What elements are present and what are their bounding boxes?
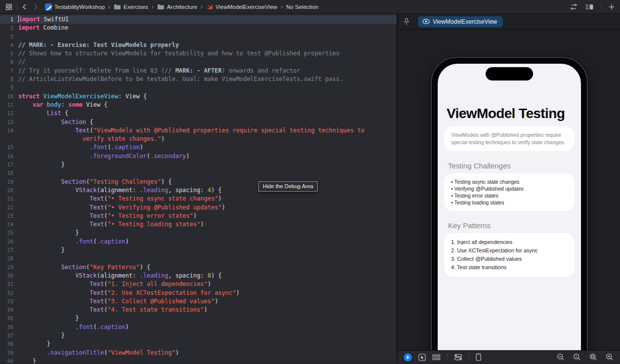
code-text[interactable]: VStack(alignment: .leading, spacing: 4) … xyxy=(18,186,222,195)
line-number-gutter[interactable]: 39 xyxy=(0,349,18,357)
code-text[interactable]: Text("2. Use XCTestExpectation for async… xyxy=(18,289,240,297)
code-text[interactable]: } xyxy=(18,314,79,323)
code-area[interactable]: 1import SwiftUI2import Combine34// MARK:… xyxy=(0,14,397,364)
line-number-gutter[interactable]: 40 xyxy=(0,357,18,364)
line-number-gutter[interactable]: 25 xyxy=(0,229,18,237)
line-number-gutter[interactable]: 31 xyxy=(0,280,18,288)
code-text[interactable]: } xyxy=(18,357,36,364)
code-text[interactable]: // Try it yourself: Delete from line 83 … xyxy=(18,67,300,75)
line-number-gutter[interactable]: 28 xyxy=(0,254,18,263)
code-text[interactable]: Text("• Testing loading states") xyxy=(18,220,204,229)
line-number-gutter[interactable]: 11 xyxy=(0,101,18,109)
line-number-gutter[interactable] xyxy=(0,135,18,143)
line-number-gutter[interactable]: 10 xyxy=(0,92,18,101)
line-number-gutter[interactable]: 21 xyxy=(0,195,18,203)
code-text[interactable]: // Shows how to structure ViewModels for… xyxy=(18,49,339,58)
live-preview-button[interactable] xyxy=(404,353,412,362)
code-text[interactable]: import Combine xyxy=(18,24,68,32)
code-text[interactable]: Section("Key Patterns") { xyxy=(18,263,150,272)
code-text[interactable]: Section { xyxy=(18,118,93,126)
line-number-gutter[interactable]: 7 xyxy=(0,67,18,75)
line-number-gutter[interactable]: 29 xyxy=(0,263,18,272)
code-text[interactable]: Text("• Testing error states") xyxy=(18,212,197,220)
line-number-gutter[interactable]: 18 xyxy=(0,169,18,177)
line-number-gutter[interactable]: 33 xyxy=(0,297,18,306)
code-text[interactable]: Text("1. Inject all dependencies") xyxy=(18,280,211,288)
line-number-gutter[interactable]: 16 xyxy=(0,152,18,161)
code-text[interactable]: // ArticleListViewModelBefore to be test… xyxy=(18,75,343,83)
line-number-gutter[interactable]: 1 xyxy=(0,15,18,24)
code-text[interactable]: .font(.caption) xyxy=(18,323,129,331)
line-number-gutter[interactable]: 19 xyxy=(0,178,18,186)
line-number-gutter[interactable]: 22 xyxy=(0,203,18,212)
related-items-grid-icon[interactable] xyxy=(5,3,13,11)
swap-arrows-icon[interactable] xyxy=(570,3,578,10)
zoom-in-button[interactable] xyxy=(606,353,614,361)
code-text[interactable]: .navigationTitle("ViewModel Testing") xyxy=(18,349,179,357)
line-number-gutter[interactable]: 27 xyxy=(0,246,18,254)
line-number-gutter[interactable]: 35 xyxy=(0,314,18,323)
code-text[interactable]: .font(.caption) xyxy=(18,238,129,246)
line-number-gutter[interactable]: 8 xyxy=(0,75,18,83)
code-text[interactable]: Text("4. Test state transitions") xyxy=(18,306,207,314)
breadcrumb-item[interactable]: ViewModelExerciseView xyxy=(206,3,277,10)
code-text[interactable]: verify state changes.") xyxy=(18,135,165,143)
line-number-gutter[interactable]: 14 xyxy=(0,126,18,135)
line-number-gutter[interactable]: 23 xyxy=(0,212,18,220)
variants-mode-button[interactable] xyxy=(432,354,441,361)
device-button[interactable] xyxy=(476,353,481,361)
navigate-back-icon[interactable] xyxy=(21,3,28,10)
code-text[interactable]: .foregroundColor(.secondary) xyxy=(18,152,190,161)
zoom-100-button[interactable]: 1 xyxy=(573,353,581,361)
selectable-mode-button[interactable] xyxy=(418,354,426,361)
breadcrumb-item[interactable]: Exercises xyxy=(114,4,148,10)
code-text[interactable]: // MARK: - Exercise: Test ViewModels pro… xyxy=(18,41,179,49)
line-number-gutter[interactable]: 17 xyxy=(0,161,18,169)
code-text[interactable]: } xyxy=(18,161,65,169)
code-text[interactable]: Text("3. Collect @Published values") xyxy=(18,297,218,306)
code-text[interactable]: } xyxy=(18,246,65,254)
code-text[interactable]: Section("Testing Challenges") { xyxy=(18,178,172,186)
code-text[interactable]: } xyxy=(18,229,79,237)
zoom-out-button[interactable] xyxy=(557,353,565,361)
preview-tab[interactable]: ViewModelExerciseView xyxy=(418,16,503,27)
code-text[interactable]: VStack(alignment: .leading, spacing: 8) … xyxy=(18,272,222,280)
code-text[interactable]: // xyxy=(18,58,25,66)
line-number-gutter[interactable]: 34 xyxy=(0,306,18,314)
line-number-gutter[interactable]: 20 xyxy=(0,186,18,195)
code-text[interactable]: var body: some View { xyxy=(18,101,108,109)
add-editor-icon[interactable] xyxy=(608,3,615,10)
code-text[interactable]: Text("• Testing async state changes") xyxy=(18,195,222,203)
line-number-gutter[interactable]: 24 xyxy=(0,220,18,229)
navigate-forward-icon[interactable] xyxy=(32,3,39,10)
zoom-fit-button[interactable] xyxy=(589,353,597,361)
line-number-gutter[interactable]: 30 xyxy=(0,272,18,280)
breadcrumb-item[interactable]: Architecture xyxy=(157,4,197,10)
line-number-gutter[interactable]: 5 xyxy=(0,49,18,58)
line-number-gutter[interactable]: 12 xyxy=(0,109,18,118)
line-number-gutter[interactable]: 32 xyxy=(0,289,18,297)
breadcrumb-item[interactable]: No Selection xyxy=(286,4,318,10)
breadcrumb-item[interactable]: TestabilityWorkshop xyxy=(45,3,105,10)
line-number-gutter[interactable]: 36 xyxy=(0,323,18,331)
code-text[interactable]: struct ViewModelExerciseView: View { xyxy=(18,92,147,101)
line-number-gutter[interactable]: 15 xyxy=(0,143,18,152)
device-settings-button[interactable] xyxy=(454,354,462,361)
line-number-gutter[interactable]: 2 xyxy=(0,24,18,32)
code-text[interactable]: .font(.caption) xyxy=(18,143,143,152)
code-text[interactable]: } xyxy=(18,340,50,348)
source-editor[interactable]: 1import SwiftUI2import Combine34// MARK:… xyxy=(0,14,397,364)
line-number-gutter[interactable]: 37 xyxy=(0,331,18,340)
pin-preview-icon[interactable] xyxy=(403,18,410,26)
code-text[interactable]: Text("ViewModels with @Published propert… xyxy=(18,126,365,135)
line-number-gutter[interactable]: 38 xyxy=(0,340,18,348)
code-text[interactable]: import SwiftUI xyxy=(18,15,69,24)
code-text[interactable]: Text("• Verifying @Published updates") xyxy=(18,203,225,212)
line-number-gutter[interactable]: 4 xyxy=(0,41,18,49)
canvas-viewport[interactable]: ViewModel Testing ViewModels with @Publi… xyxy=(397,30,620,350)
code-text[interactable]: } xyxy=(18,331,65,340)
editor-layout-icon[interactable] xyxy=(585,3,594,10)
line-number-gutter[interactable]: 6 xyxy=(0,58,18,66)
line-number-gutter[interactable]: 13 xyxy=(0,118,18,126)
line-number-gutter[interactable]: 3 xyxy=(0,33,18,41)
